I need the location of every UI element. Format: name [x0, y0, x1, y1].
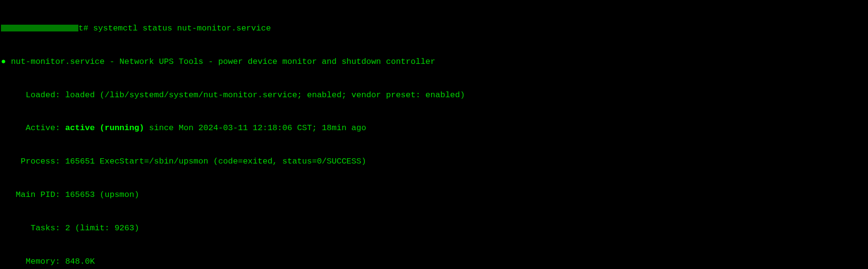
- tasks-line: Tasks: 2 (limit: 9263): [0, 223, 868, 234]
- mainpid-line: Main PID: 165653 (upsmon): [0, 190, 868, 201]
- loaded-value: loaded (/lib/systemd/system/nut-monitor.…: [65, 90, 465, 100]
- loaded-label: Loaded:: [1, 90, 65, 100]
- command-text: systemctl status nut-monitor.service: [93, 24, 271, 33]
- process-line: Process: 165651 ExecStart=/sbin/upsmon (…: [0, 156, 868, 167]
- service-header: ● nut-monitor.service - Network UPS Tool…: [0, 57, 868, 68]
- mainpid-label: Main PID:: [1, 190, 65, 199]
- loaded-line: Loaded: loaded (/lib/systemd/system/nut-…: [0, 90, 868, 101]
- active-state: active (running): [65, 123, 144, 133]
- terminal[interactable]: t# systemctl status nut-monitor.service …: [0, 0, 868, 269]
- memory-label: Memory:: [1, 257, 65, 266]
- service-title: nut-monitor.service - Network UPS Tools …: [11, 57, 435, 66]
- active-since: since Mon 2024-03-11 12:18:06 CST; 18min…: [144, 123, 366, 133]
- command-line: t# systemctl status nut-monitor.service: [0, 23, 868, 34]
- active-label: Active:: [1, 123, 65, 133]
- mainpid-value: 165653 (upsmon): [65, 190, 139, 199]
- status-bullet-icon: ●: [1, 57, 6, 66]
- tasks-label: Tasks:: [1, 224, 65, 233]
- memory-value: 848.0K: [65, 257, 95, 266]
- process-label: Process:: [1, 157, 65, 166]
- process-value: 165651 ExecStart=/sbin/upsmon (code=exit…: [65, 157, 366, 166]
- tasks-value: 2 (limit: 9263): [65, 224, 139, 233]
- active-line: Active: active (running) since Mon 2024-…: [0, 123, 868, 134]
- prompt-host-redacted: [1, 25, 78, 31]
- prompt-suffix: t#: [78, 24, 93, 33]
- memory-line: Memory: 848.0K: [0, 256, 868, 268]
